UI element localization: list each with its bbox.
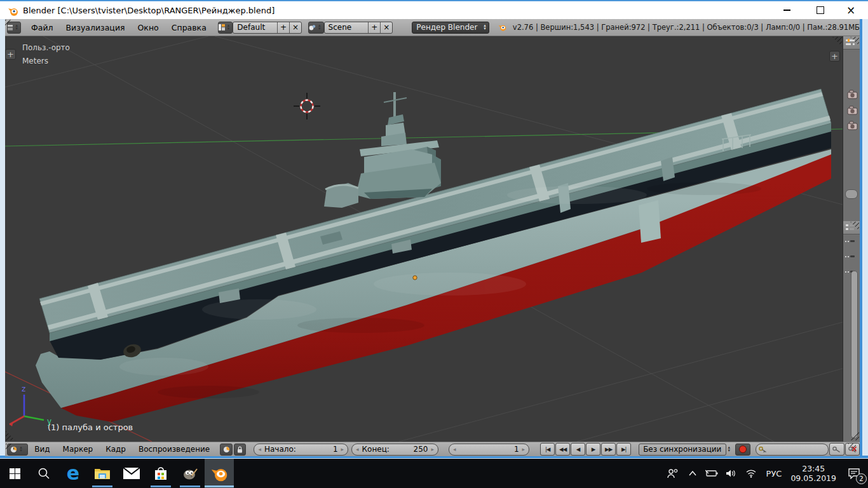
outliner-item[interactable] [845,256,849,257]
timeline-menu-frame[interactable]: Кадр [99,445,132,454]
add-scene-button[interactable]: + [368,22,380,33]
delete-layout-button[interactable]: × [289,22,301,33]
windows-logo-icon [10,468,20,479]
volume-indicator[interactable] [722,459,741,488]
tray-overflow-button[interactable] [684,459,702,488]
scene-tab-icon[interactable] [847,121,858,130]
start-button[interactable] [0,459,29,488]
view-name-label: Польз.-орто [22,43,70,52]
screen-layout-icon [219,24,225,30]
info-header: ▴▾ Файл Визуализация Окно Справка ▴▾ Def… [5,19,860,36]
unit-label: Meters [22,57,48,65]
outliner-item[interactable] [845,241,849,242]
decrement-arrow[interactable]: ◂ [257,446,262,452]
screen-layout-browse[interactable]: ▴▾ [218,22,233,34]
close-icon: × [846,5,855,16]
viewport-3d[interactable]: z y Польз.-орто Meters (1) палуба и остр… [5,36,843,442]
render-layers-tab-icon[interactable] [847,105,858,115]
play-button[interactable]: ▶ [586,443,600,456]
taskbar-mail[interactable] [117,459,146,488]
viewport-canvas[interactable]: z y [5,36,843,442]
increment-arrow[interactable]: ▸ [521,446,527,452]
store-icon [153,466,168,481]
keying-set-field[interactable] [756,444,829,456]
preview-range-toggle[interactable] [220,444,233,456]
auto-keyframe-record-button[interactable] [735,444,750,456]
taskbar-blender[interactable] [205,459,234,488]
maximize-icon [817,6,824,14]
timeline-menu-marker[interactable]: Маркер [57,445,100,454]
object-origin-dot [413,276,417,280]
taskbar-store[interactable] [146,459,175,488]
search-button[interactable] [29,459,58,488]
lock-toggle[interactable] [234,444,247,456]
previous-keyframe-button[interactable]: ◀◀ [555,443,570,456]
timeline-menu-playback[interactable]: Воспроизведение [132,445,216,454]
sync-mode-selector[interactable]: Без синхронизации ▴▾ [639,444,726,456]
frame-end-label: Конец: [360,445,390,454]
people-button[interactable] [662,459,684,488]
panel-scroll-knob[interactable] [845,189,858,199]
next-keyframe-button[interactable]: ▶▶ [601,443,616,456]
battery-indicator[interactable] [702,459,722,488]
toolshelf-expand-button[interactable]: + [5,49,16,60]
battery-plug-icon [705,470,718,477]
increment-arrow[interactable]: ▸ [340,446,346,452]
screen-layout-arrows: ▴▾ [225,24,233,30]
action-center-button[interactable]: 2 [840,459,868,488]
play-reverse-button[interactable]: ◀ [571,443,585,456]
edge-icon: e [67,464,79,483]
close-button[interactable]: × [835,1,867,19]
frame-end-field[interactable]: ◂ Конец: 250 ▸ [351,444,438,456]
scene-value: Scene [325,23,356,32]
scene-browse[interactable]: ▴▾ [308,22,324,34]
taskbar-file-explorer[interactable] [88,459,117,488]
outliner-scrollbar[interactable] [851,271,858,438]
current-frame-value: 1 [514,445,521,454]
ship-model[interactable] [36,89,831,422]
screen-layout-selector[interactable]: Default + × [233,22,302,34]
scene-selector[interactable]: Scene + × [324,22,393,34]
scene-browse-arrows: ▴▾ [316,24,323,30]
speaker-icon [726,469,736,478]
taskbar-edge[interactable]: e [58,459,88,488]
render-tab-camera-icon[interactable] [847,90,858,99]
minimize-button[interactable] [771,1,803,19]
outliner-item-mark [850,255,855,257]
language-indicator[interactable]: РУС [761,459,787,488]
menu-window[interactable]: Окно [132,23,165,32]
render-engine-selector[interactable]: Рендер Blender ▴▾ [412,22,489,34]
timeline-menu-view[interactable]: Вид [28,445,56,454]
menu-render[interactable]: Визуализация [60,23,132,32]
decrement-arrow[interactable]: ◂ [452,446,458,452]
network-indicator[interactable] [741,459,761,488]
taskbar-gimp[interactable] [175,459,205,488]
decrement-arrow[interactable]: ◂ [355,446,360,452]
insert-keyframe-button[interactable] [829,443,844,456]
jump-to-end-button[interactable]: ▶| [616,443,631,456]
playback-controls: |◀ ◀◀ ◀ ▶ ▶▶ ▶| [539,443,631,456]
maximize-button[interactable] [804,1,836,19]
blender-logo-icon [8,6,18,17]
frame-start-field[interactable]: ◂ Начало: 1 ▸ [254,444,348,456]
delete-scene-button[interactable]: × [380,22,392,33]
blender-icon [210,464,228,482]
mail-icon [123,468,140,479]
jump-to-start-button[interactable]: |◀ [540,443,555,456]
outliner-panel[interactable] [843,221,860,442]
increment-arrow[interactable]: ▸ [430,446,435,452]
timeline-editor-icon [10,446,17,453]
file-explorer-icon [94,467,111,480]
editor-selector-arrows: ▴▾ [13,24,20,30]
title-bar: Blender [C:\Users\tvister\Desktop\RANGER… [0,0,868,19]
window-border-left [0,19,5,459]
clock[interactable]: 23:45 09.05.2019 [787,459,840,488]
add-layout-button[interactable]: + [277,22,289,33]
menu-help[interactable]: Справка [165,23,213,32]
properties-panel[interactable] [843,36,860,221]
outliner-item[interactable] [845,271,849,273]
current-frame-field[interactable]: ◂ 1 ▸ [449,444,529,456]
cursor-3d [294,93,320,119]
menu-file[interactable]: Файл [25,23,60,32]
properties-shelf-expand-button[interactable]: + [829,51,840,62]
